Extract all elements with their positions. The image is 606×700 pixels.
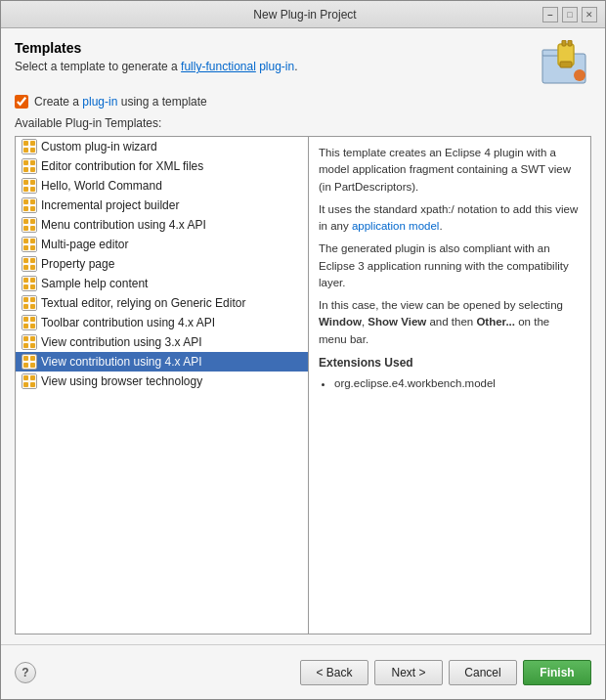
svg-rect-36 — [30, 245, 35, 250]
plugin-icon — [541, 40, 591, 87]
template-item-icon — [22, 276, 37, 291]
template-item-label: Incremental project builder — [41, 198, 179, 212]
svg-rect-11 — [30, 148, 35, 153]
template-item[interactable]: Sample help content — [16, 274, 308, 293]
template-item-icon — [22, 256, 37, 272]
template-item-icon — [22, 354, 37, 370]
template-item[interactable]: Hello, World Command — [16, 176, 308, 196]
svg-rect-69 — [30, 375, 35, 380]
extension-item: org.eclipse.e4.workbench.model — [334, 375, 581, 392]
template-item-icon — [22, 315, 37, 330]
svg-rect-51 — [30, 304, 35, 309]
svg-rect-45 — [23, 284, 28, 289]
svg-rect-14 — [30, 160, 35, 165]
template-item[interactable]: View contribution using 3.x API — [16, 332, 308, 352]
svg-rect-53 — [23, 317, 28, 322]
use-template-checkbox[interactable] — [15, 95, 28, 109]
svg-rect-24 — [30, 199, 35, 204]
template-item[interactable]: Custom plug-in wizard — [16, 137, 308, 156]
svg-rect-39 — [30, 258, 35, 263]
description-panel: This template creates an Eclipse 4 plugi… — [309, 137, 590, 634]
svg-rect-71 — [30, 382, 35, 387]
template-item[interactable]: Textual editor, relying on Generic Edito… — [16, 293, 308, 313]
cancel-button[interactable]: Cancel — [449, 660, 517, 685]
next-button[interactable]: Next > — [374, 660, 443, 685]
template-item[interactable]: View contribution using 4.x API — [16, 352, 308, 372]
svg-rect-56 — [30, 324, 35, 328]
svg-rect-66 — [30, 363, 35, 368]
svg-rect-23 — [23, 199, 28, 204]
svg-rect-9 — [30, 141, 35, 146]
template-item[interactable]: Incremental project builder — [16, 196, 308, 215]
template-item-label: Toolbar contribution using 4.x API — [41, 316, 215, 329]
template-item-label: View contribution using 4.x API — [41, 355, 202, 369]
window-controls: ‒ □ ✕ — [542, 7, 597, 22]
checkbox-label: Create a plug-in using a template — [34, 95, 207, 109]
template-item-label: Menu contribution using 4.x API — [41, 218, 206, 232]
plugin-link[interactable]: plug-in — [259, 60, 294, 73]
help-button[interactable]: ? — [15, 662, 36, 683]
maximize-button[interactable]: □ — [562, 7, 578, 22]
template-item-label: Sample help content — [41, 277, 148, 290]
svg-rect-8 — [23, 141, 28, 146]
plugin-checkbox-link[interactable]: plug-in — [82, 95, 117, 109]
svg-rect-46 — [30, 284, 35, 289]
extensions-list: org.eclipse.e4.workbench.model — [334, 375, 581, 392]
template-item-label: View using browser technology — [41, 374, 202, 388]
svg-rect-59 — [30, 336, 35, 341]
svg-rect-5 — [560, 62, 572, 67]
svg-rect-29 — [30, 219, 35, 224]
template-item-label: Custom plug-in wizard — [41, 140, 157, 153]
svg-rect-19 — [30, 180, 35, 185]
svg-rect-44 — [30, 278, 35, 283]
desc-para3: The generated plugin is also compliant w… — [319, 241, 581, 291]
svg-rect-43 — [23, 278, 28, 283]
template-item-label: Multi-page editor — [41, 238, 128, 251]
minimize-button[interactable]: ‒ — [542, 7, 558, 22]
back-button[interactable]: < Back — [300, 660, 368, 685]
svg-rect-49 — [30, 297, 35, 302]
svg-rect-63 — [23, 356, 28, 361]
header-section: Templates Select a template to generate … — [15, 40, 591, 87]
app-model-link[interactable]: application model — [352, 220, 440, 232]
svg-point-6 — [574, 69, 585, 81]
svg-rect-30 — [23, 226, 28, 231]
svg-rect-61 — [30, 343, 35, 348]
svg-rect-16 — [30, 167, 35, 172]
template-item-icon — [22, 158, 37, 174]
svg-rect-18 — [23, 180, 28, 185]
header-subtitle: Select a template to generate a fully-fu… — [15, 60, 298, 73]
header-text: Templates Select a template to generate … — [15, 40, 298, 73]
template-item[interactable]: Editor contribution for XML files — [16, 156, 308, 176]
template-item-icon — [22, 197, 37, 213]
svg-rect-15 — [23, 167, 28, 172]
template-item-icon — [22, 178, 37, 194]
svg-rect-60 — [23, 343, 28, 348]
svg-rect-10 — [23, 148, 28, 153]
template-item[interactable]: Multi-page editor — [16, 235, 308, 254]
template-item[interactable]: Menu contribution using 4.x API — [16, 215, 308, 235]
svg-rect-13 — [23, 160, 28, 165]
fully-functional-link[interactable]: fully-functional — [181, 60, 256, 73]
svg-rect-68 — [23, 375, 28, 380]
template-item[interactable]: Toolbar contribution using 4.x API — [16, 313, 308, 332]
template-item[interactable]: View using browser technology — [16, 372, 308, 391]
svg-rect-40 — [23, 265, 28, 270]
window-title: New Plug-in Project — [67, 8, 542, 22]
template-item-label: Editor contribution for XML files — [41, 159, 203, 173]
main-content: Templates Select a template to generate … — [1, 28, 605, 644]
finish-button[interactable]: Finish — [523, 660, 591, 685]
page-title: Templates — [15, 40, 298, 56]
svg-rect-41 — [30, 265, 35, 270]
template-item[interactable]: Property page — [16, 254, 308, 274]
svg-rect-28 — [23, 219, 28, 224]
template-item-label: Textual editor, relying on Generic Edito… — [41, 296, 245, 310]
svg-rect-55 — [23, 324, 28, 328]
svg-rect-48 — [23, 297, 28, 302]
template-item-icon — [22, 237, 37, 252]
svg-rect-58 — [23, 336, 28, 341]
desc-para2: It uses the standard xpath:/ notation to… — [319, 201, 581, 236]
close-button[interactable]: ✕ — [582, 7, 597, 22]
svg-rect-70 — [23, 382, 28, 387]
svg-rect-3 — [562, 40, 566, 46]
